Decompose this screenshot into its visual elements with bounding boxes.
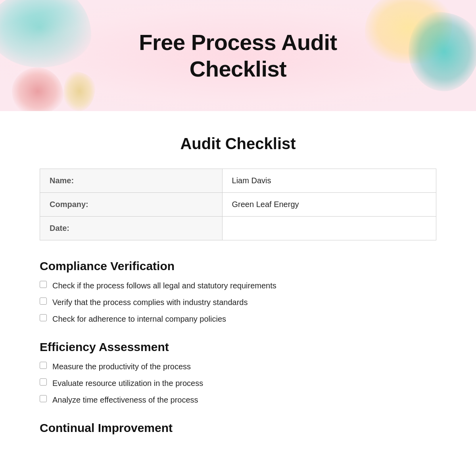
section-title-0: Compliance Verification <box>40 259 436 273</box>
header-title-line2: Checklist <box>190 56 287 81</box>
checkbox-icon[interactable] <box>40 362 47 369</box>
info-table-row: Name:Liam Davis <box>40 169 436 193</box>
watercolor-teal-right <box>409 12 476 91</box>
header-title-line1: Free Process Audit <box>139 30 337 55</box>
section-title-1: Efficiency Assessment <box>40 340 436 354</box>
checkbox-icon[interactable] <box>40 281 47 288</box>
checkbox-icon[interactable] <box>40 298 47 305</box>
checklist-item: Check if the process follows all legal a… <box>40 280 436 291</box>
info-table: Name:Liam DavisCompany:Green Leaf Energy… <box>40 169 436 240</box>
info-value: Green Leaf Energy <box>222 193 436 217</box>
checklist-label: Evaluate resource utilization in the pro… <box>52 378 203 389</box>
section-1: Efficiency AssessmentMeasure the product… <box>40 340 436 405</box>
info-label: Date: <box>40 217 223 240</box>
page-header: Free Process Audit Checklist <box>0 0 476 111</box>
checklist-label: Verify that the process complies with in… <box>52 297 248 308</box>
checkbox-icon[interactable] <box>40 314 47 321</box>
audit-checklist-heading: Audit Checklist <box>40 135 436 153</box>
info-label: Name: <box>40 169 223 193</box>
checklist-label: Check for adherence to internal company … <box>52 313 226 324</box>
checklist-label: Analyze time effectiveness of the proces… <box>52 394 198 405</box>
header-title: Free Process Audit Checklist <box>139 29 337 82</box>
info-value: Liam Davis <box>222 169 436 193</box>
checklist-item: Analyze time effectiveness of the proces… <box>40 394 436 405</box>
info-value <box>222 217 436 240</box>
info-table-row: Date: <box>40 217 436 240</box>
checklist-item: Verify that the process complies with in… <box>40 297 436 308</box>
info-table-row: Company:Green Leaf Energy <box>40 193 436 217</box>
checklist-item: Measure the productivity of the process <box>40 361 436 372</box>
info-label: Company: <box>40 193 223 217</box>
checkbox-icon[interactable] <box>40 378 47 386</box>
main-content: Audit Checklist Name:Liam DavisCompany:G… <box>0 111 476 474</box>
section-2: Continual Improvement <box>40 421 436 435</box>
checkbox-icon[interactable] <box>40 395 47 402</box>
section-0: Compliance VerificationCheck if the proc… <box>40 259 436 324</box>
checklist-item: Check for adherence to internal company … <box>40 313 436 324</box>
sections-container: Compliance VerificationCheck if the proc… <box>40 259 436 435</box>
checklist-item: Evaluate resource utilization in the pro… <box>40 378 436 389</box>
section-title-2: Continual Improvement <box>40 421 436 435</box>
checklist-label: Measure the productivity of the process <box>52 361 191 372</box>
checklist-label: Check if the process follows all legal a… <box>52 280 276 291</box>
